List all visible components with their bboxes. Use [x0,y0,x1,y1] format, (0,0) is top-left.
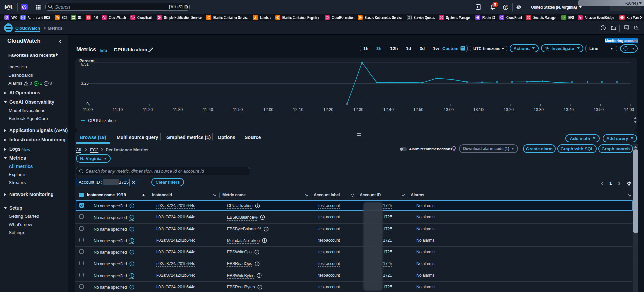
svg-text:aws: aws [4,4,13,9]
svg-text:?: ? [505,6,507,9]
